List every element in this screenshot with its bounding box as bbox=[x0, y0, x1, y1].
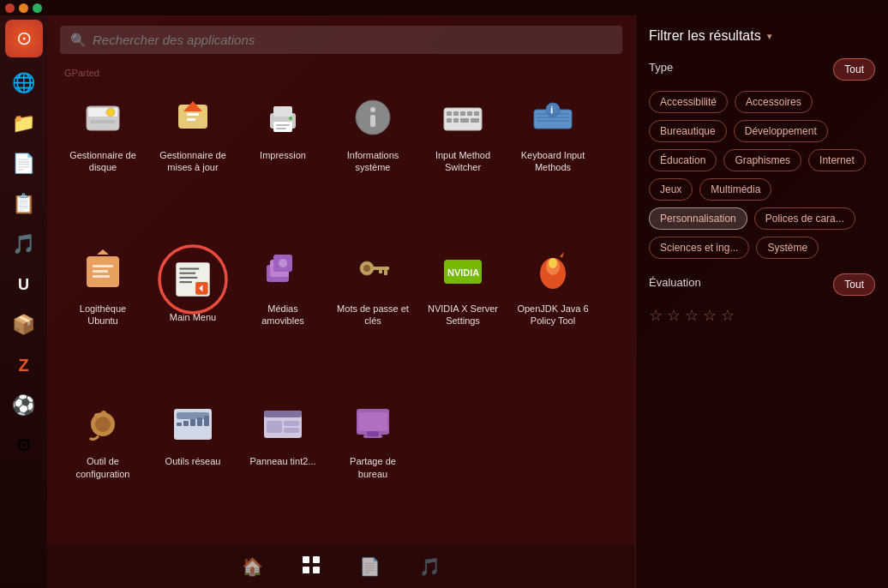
type-tout-button[interactable]: Tout bbox=[833, 58, 875, 81]
svg-point-11 bbox=[289, 117, 292, 120]
app-label: Mots de passe et clés bbox=[335, 303, 411, 327]
svg-rect-75 bbox=[284, 421, 299, 426]
sidebar-item-files[interactable]: 📁 bbox=[5, 105, 43, 142]
app-item-logitheque[interactable]: Logithèque Ubuntu bbox=[64, 243, 141, 384]
app-item-keyboard-input[interactable]: i Keyboard Input Methods bbox=[514, 90, 591, 231]
filter-panel: Filtrer les résultats ▼ Type Tout Access… bbox=[635, 15, 888, 588]
app-icon-wrap bbox=[345, 396, 400, 451]
svg-rect-23 bbox=[447, 118, 452, 123]
keyboard-input-icon: i bbox=[530, 94, 576, 141]
app-icon-wrap bbox=[525, 243, 580, 298]
sidebar-item-firefox[interactable]: 🌐 bbox=[5, 64, 43, 102]
close-button[interactable] bbox=[5, 3, 15, 13]
svg-point-62 bbox=[95, 417, 111, 432]
gparted-label-row: GParted bbox=[47, 63, 635, 81]
svg-rect-25 bbox=[460, 118, 469, 123]
filter-btn-accessibilite[interactable]: Accessibilité bbox=[649, 91, 728, 113]
star-5[interactable]: ☆ bbox=[721, 306, 735, 325]
app-item-nvidia[interactable]: NVIDIA NVIDIA X Server Settings bbox=[424, 243, 501, 384]
svg-point-49 bbox=[279, 259, 287, 267]
app-item-panneau[interactable]: Panneau tint2... bbox=[244, 396, 321, 537]
minimize-button[interactable] bbox=[19, 3, 28, 13]
app-item-outils-reseau[interactable]: Outils réseau bbox=[154, 396, 231, 537]
svg-marker-34 bbox=[97, 249, 109, 255]
share-icon bbox=[350, 400, 396, 447]
app-item-input-method-switcher[interactable]: Input Method Switcher bbox=[424, 90, 501, 231]
filter-btn-sciences[interactable]: Sciences et ing... bbox=[649, 237, 749, 259]
app-item-gestionnaire-mises[interactable]: Gestionnaire de mises à jour bbox=[154, 90, 231, 231]
app-item-openjdk[interactable]: OpenJDK Java 6 Policy Tool bbox=[514, 243, 591, 384]
bottom-nav: 🏠 📄 🎵 bbox=[47, 545, 635, 588]
app-icon-wrap bbox=[75, 243, 130, 298]
filter-btn-bureautique[interactable]: Bureautique bbox=[649, 120, 727, 142]
filter-btn-systeme[interactable]: Système bbox=[756, 237, 819, 259]
svg-point-63 bbox=[94, 413, 99, 418]
sidebar-item-doc[interactable]: 📄 bbox=[5, 145, 43, 183]
filter-btn-multimedia[interactable]: Multimédia bbox=[699, 178, 771, 201]
filter-btn-accessoires[interactable]: Accessoires bbox=[735, 91, 813, 113]
sidebar-item-settings[interactable]: ⚙ bbox=[5, 427, 43, 465]
app-item-medias[interactable]: Médias amovibles bbox=[244, 243, 321, 384]
apps-grid-icon bbox=[302, 555, 321, 574]
app-item-partage[interactable]: Partage de bureau bbox=[334, 396, 411, 537]
info-system-icon bbox=[350, 94, 396, 141]
app-icon-wrap: NVIDIA bbox=[435, 243, 490, 298]
sidebar-item-ftp[interactable]: Z bbox=[5, 346, 43, 384]
app-icon-wrap bbox=[345, 90, 400, 145]
app-label: Input Method Switcher bbox=[425, 149, 501, 174]
hdd-icon bbox=[80, 94, 126, 141]
main-area: 🔍 GParted Gestionnaire de disq bbox=[47, 15, 888, 588]
svg-rect-9 bbox=[273, 106, 292, 117]
filter-btn-polices[interactable]: Polices de cara... bbox=[754, 207, 855, 230]
java-icon bbox=[530, 248, 576, 294]
filter-dropdown-icon: ▼ bbox=[765, 32, 774, 41]
app-item-impression[interactable]: Impression bbox=[244, 90, 321, 231]
svg-rect-30 bbox=[537, 113, 569, 115]
svg-rect-78 bbox=[358, 412, 387, 431]
app-item-gestionnaire-disque[interactable]: Gestionnaire de disque bbox=[64, 90, 141, 231]
nav-apps[interactable] bbox=[293, 551, 329, 583]
app-label: Médias amovibles bbox=[245, 303, 321, 327]
svg-rect-32 bbox=[537, 120, 569, 122]
software-center-icon bbox=[80, 248, 126, 294]
app-label: OpenJDK Java 6 Policy Tool bbox=[515, 303, 591, 327]
svg-rect-22 bbox=[474, 111, 479, 116]
svg-rect-35 bbox=[93, 265, 113, 267]
sidebar-item-ubuntu[interactable]: ⊙ bbox=[5, 20, 43, 57]
stars-row: ☆ ☆ ☆ ☆ ☆ bbox=[649, 306, 875, 325]
nav-music[interactable]: 🎵 bbox=[411, 552, 449, 581]
svg-rect-80 bbox=[367, 431, 379, 436]
star-2[interactable]: ☆ bbox=[667, 306, 681, 325]
sidebar-item-terminal[interactable]: U bbox=[5, 266, 43, 303]
sidebar-item-doc2[interactable]: 📋 bbox=[5, 185, 43, 223]
svg-rect-31 bbox=[537, 117, 569, 118]
evaluation-tout-button[interactable]: Tout bbox=[833, 273, 875, 296]
app-item-main-menu[interactable]: Main Menu bbox=[154, 243, 231, 384]
app-icon-wrap bbox=[255, 90, 310, 145]
search-input[interactable] bbox=[60, 26, 622, 54]
sidebar-item-apps[interactable]: 📦 bbox=[5, 306, 43, 344]
app-icon-wrap bbox=[435, 90, 490, 145]
maximize-button[interactable] bbox=[33, 3, 42, 13]
star-4[interactable]: ☆ bbox=[703, 306, 717, 325]
filter-btn-internet[interactable]: Internet bbox=[808, 149, 866, 171]
nav-home[interactable]: 🏠 bbox=[233, 552, 272, 581]
star-1[interactable]: ☆ bbox=[649, 306, 663, 325]
app-label: NVIDIA X Server Settings bbox=[425, 303, 501, 327]
app-icon-wrap bbox=[255, 243, 310, 298]
filter-btn-developpement[interactable]: Développement bbox=[734, 120, 828, 142]
star-3[interactable]: ☆ bbox=[685, 306, 699, 325]
app-item-informations-systeme[interactable]: Informations système bbox=[334, 90, 411, 231]
sidebar-item-music[interactable]: 🎵 bbox=[5, 225, 43, 263]
sidebar-item-sphere[interactable]: ⚽ bbox=[5, 387, 43, 424]
search-bar-wrapper: 🔍 bbox=[47, 15, 635, 63]
filter-btn-personnalisation[interactable]: Personnalisation bbox=[649, 207, 747, 230]
filter-btn-education[interactable]: Éducation bbox=[649, 149, 717, 171]
app-item-mots-de-passe[interactable]: Mots de passe et clés bbox=[334, 243, 411, 384]
svg-rect-81 bbox=[303, 556, 309, 563]
svg-rect-19 bbox=[453, 111, 459, 116]
filter-btn-graphismes[interactable]: Graphismes bbox=[723, 149, 801, 171]
app-item-outil-config[interactable]: Outil de configuration bbox=[64, 396, 141, 537]
filter-btn-jeux[interactable]: Jeux bbox=[649, 178, 693, 201]
nav-files[interactable]: 📄 bbox=[351, 552, 389, 581]
